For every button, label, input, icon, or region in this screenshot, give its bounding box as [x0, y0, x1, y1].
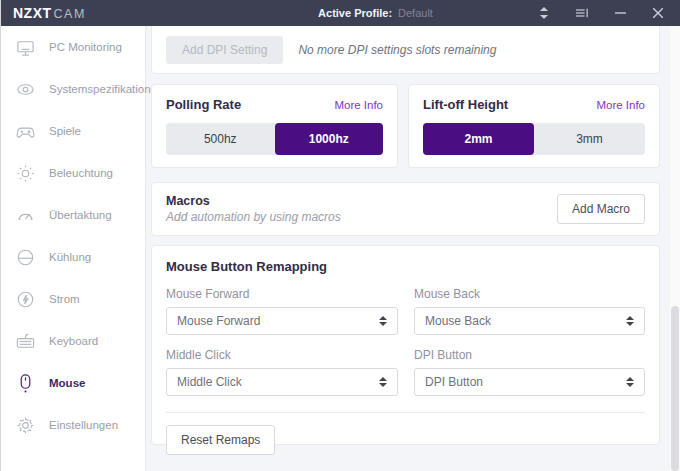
remapping-title: Mouse Button Remapping: [166, 259, 645, 274]
macros-subtitle: Add automation by using macros: [166, 210, 341, 224]
mouse-forward-select[interactable]: Mouse Forward: [166, 307, 398, 335]
select-spinner-icon: [626, 377, 634, 387]
polling-rate-toggle: 500hz 1000hz: [166, 123, 383, 155]
remap-field-dpi-button: DPI Button DPI Button: [414, 335, 645, 396]
sidebar-item-label: Kühlung: [49, 251, 91, 263]
add-dpi-setting-button[interactable]: Add DPI Setting: [166, 36, 283, 64]
power-icon: [16, 289, 36, 310]
gear-icon: [16, 415, 36, 436]
polling-rate-title: Polling Rate: [166, 97, 241, 112]
select-spinner-icon: [379, 316, 387, 326]
profile-selector-icon[interactable]: [538, 7, 550, 19]
mouse-settings-content: Add DPI Setting No more DPI settings slo…: [146, 26, 680, 471]
polling-rate-option-1000hz[interactable]: 1000hz: [275, 123, 384, 155]
remap-field-middle-click: Middle Click Middle Click: [166, 335, 398, 396]
sidebar-item-systemspezifikationen[interactable]: Systemspezifikationen: [1, 68, 145, 110]
sidebar-item-mouse[interactable]: Mouse: [1, 362, 145, 404]
middle-click-select[interactable]: Middle Click: [166, 368, 398, 396]
reset-remaps-button[interactable]: Reset Remaps: [166, 425, 275, 455]
macros-title: Macros: [166, 194, 341, 208]
remap-field-label: DPI Button: [414, 348, 645, 362]
sidebar-item-label: Mouse: [49, 377, 85, 389]
select-spinner-icon: [626, 316, 634, 326]
monitor-icon: [16, 37, 36, 58]
sidebar-item-label: Spiele: [49, 125, 81, 137]
select-value: Middle Click: [177, 375, 242, 389]
sidebar-item-uebertaktung[interactable]: Übertaktung: [1, 194, 145, 236]
app-body: PC Monitoring Systemspezifikationen Spie…: [1, 26, 680, 471]
remap-field-label: Mouse Back: [414, 287, 645, 301]
sidebar-item-keyboard[interactable]: Keyboard: [1, 320, 145, 362]
sidebar-item-label: Keyboard: [49, 335, 98, 347]
sidebar-item-pc-monitoring[interactable]: PC Monitoring: [1, 26, 145, 68]
eye-icon: [16, 79, 36, 100]
lift-off-more-info-link[interactable]: More Info: [596, 99, 645, 111]
mouse-back-select[interactable]: Mouse Back: [414, 307, 645, 335]
sidebar-item-label: Beleuchtung: [49, 167, 113, 179]
dpi-slots-note: No more DPI settings slots remaining: [298, 43, 496, 57]
sidebar-item-einstellungen[interactable]: Einstellungen: [1, 404, 145, 446]
mouse-icon: [16, 373, 36, 394]
brand-cam: CAM: [54, 7, 86, 21]
macros-text: Macros Add automation by using macros: [166, 194, 341, 224]
macros-card: Macros Add automation by using macros Ad…: [151, 182, 660, 236]
sidebar-item-beleuchtung[interactable]: Beleuchtung: [1, 152, 145, 194]
add-macro-button[interactable]: Add Macro: [557, 194, 645, 224]
polling-rate-option-500hz[interactable]: 500hz: [166, 123, 275, 155]
sidebar-item-label: Übertaktung: [49, 209, 112, 221]
sidebar-item-kuehlung[interactable]: Kühlung: [1, 236, 145, 278]
remap-divider: [166, 412, 645, 413]
sidebar-item-label: Strom: [49, 293, 80, 305]
dpi-settings-card: Add DPI Setting No more DPI settings slo…: [151, 26, 660, 74]
remap-field-mouse-back: Mouse Back Mouse Back: [414, 274, 645, 335]
minimize-to-tray-icon[interactable]: [576, 7, 588, 19]
active-profile-label: Active Profile:: [318, 7, 392, 19]
lift-off-height-card: Lift-off Height More Info 2mm 3mm: [408, 84, 660, 168]
gamepad-icon: [16, 121, 36, 142]
lift-off-height-title: Lift-off Height: [423, 97, 508, 112]
sidebar-item-label: PC Monitoring: [49, 41, 122, 53]
polling-rate-more-info-link[interactable]: More Info: [334, 99, 383, 111]
gauge-icon: [16, 205, 36, 226]
lift-off-option-2mm[interactable]: 2mm: [423, 123, 534, 155]
lift-off-option-3mm[interactable]: 3mm: [534, 123, 645, 155]
active-profile[interactable]: Active Profile: Default: [318, 0, 433, 26]
nzxt-cam-window: NZXT CAM Active Profile: Default: [0, 0, 680, 471]
fan-icon: [16, 247, 36, 268]
sidebar-item-strom[interactable]: Strom: [1, 278, 145, 320]
sidebar-item-label: Einstellungen: [49, 419, 118, 431]
select-value: Mouse Back: [425, 314, 491, 328]
content-scrollbar[interactable]: [670, 26, 680, 471]
select-value: DPI Button: [425, 375, 483, 389]
mouse-button-remapping-card: Mouse Button Remapping Mouse Forward Mou…: [151, 245, 660, 445]
minimize-icon[interactable]: [614, 7, 626, 19]
keyboard-icon: [16, 331, 36, 352]
titlebar-controls: [538, 7, 680, 19]
active-profile-value: Default: [398, 7, 433, 19]
sidebar-item-spiele[interactable]: Spiele: [1, 110, 145, 152]
sun-icon: [16, 163, 36, 184]
brand-nzxt: NZXT: [13, 5, 52, 21]
sidebar: PC Monitoring Systemspezifikationen Spie…: [1, 26, 146, 471]
titlebar: NZXT CAM Active Profile: Default: [1, 0, 680, 26]
select-spinner-icon: [379, 377, 387, 387]
dpi-button-select[interactable]: DPI Button: [414, 368, 645, 396]
remap-field-label: Mouse Forward: [166, 287, 398, 301]
lift-off-toggle: 2mm 3mm: [423, 123, 645, 155]
close-icon[interactable]: [652, 7, 664, 19]
remap-field-mouse-forward: Mouse Forward Mouse Forward: [166, 274, 398, 335]
app-logo: NZXT CAM: [1, 5, 86, 21]
select-value: Mouse Forward: [177, 314, 260, 328]
scrollbar-thumb[interactable]: [671, 306, 679, 471]
remap-field-label: Middle Click: [166, 348, 398, 362]
polling-rate-card: Polling Rate More Info 500hz 1000hz: [151, 84, 398, 168]
